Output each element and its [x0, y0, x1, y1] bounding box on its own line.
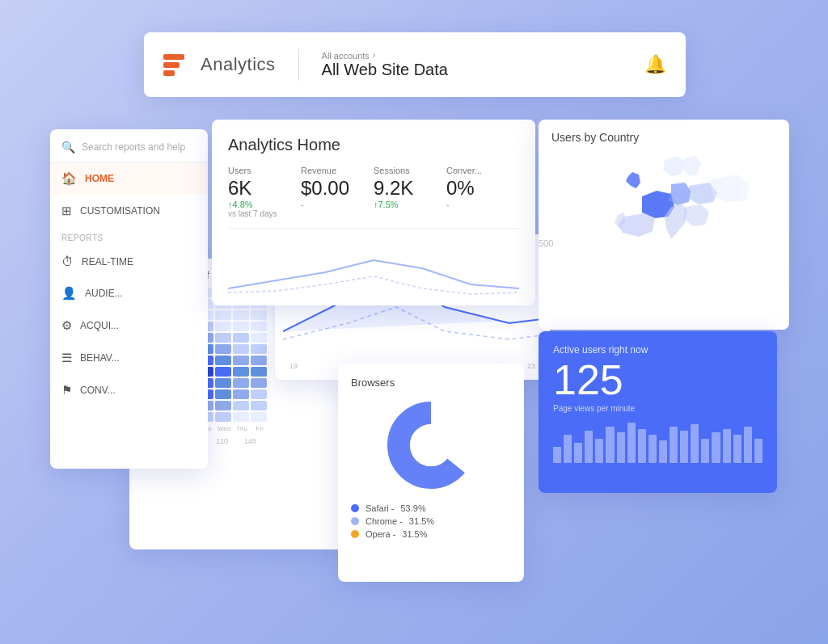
active-users-sublabel: Page views per minute — [553, 404, 763, 413]
sidebar-item-behavior[interactable]: ☰ BEHAV... — [50, 342, 208, 374]
sidebar-customisation-label: CUSTOMISATION — [80, 205, 160, 217]
logo-bar-2 — [163, 62, 180, 68]
metric-conversions: Conver... 0% - — [446, 166, 519, 218]
mini-bar — [595, 439, 603, 463]
analytics-home-card: Analytics Home Users 6K ↑4.8% vs last 7 … — [212, 120, 535, 305]
heatmap-cell — [233, 378, 249, 388]
acquisition-icon: ⚙ — [61, 318, 72, 333]
bell-icon[interactable]: 🔔 — [644, 54, 666, 75]
sidebar-item-home[interactable]: 🏠 HOME — [50, 162, 208, 195]
sidebar-conversions-label: CONV... — [80, 385, 116, 396]
svg-point-3 — [410, 424, 452, 466]
metric-users-label: Users — [228, 166, 291, 175]
sidebar-acquisition-label: ACQUI... — [80, 320, 119, 331]
logo-bar-3 — [163, 70, 175, 76]
heatmap-cell — [215, 322, 231, 331]
heatmap-cell — [251, 344, 267, 354]
metric-users-value: 6K — [228, 177, 291, 200]
mini-bar — [574, 443, 582, 463]
mini-bar-chart — [553, 423, 763, 463]
legend-chrome: Chrome - 31.5% — [351, 516, 511, 526]
realtime-icon: ⏱ — [61, 255, 74, 268]
mini-bar — [627, 423, 636, 463]
sidebar-item-realtime[interactable]: ⏱ REAL-TIME — [50, 246, 208, 277]
sidebar-home-label: HOME — [85, 173, 114, 184]
metric-sessions-value: 9.2K — [374, 177, 437, 200]
heatmap-cell — [233, 367, 249, 377]
header-card: Analytics All accounts › All Web Site Da… — [144, 32, 686, 97]
chevron-right-icon: › — [373, 51, 375, 60]
heatmap-cell — [215, 333, 231, 343]
mini-bar — [564, 435, 572, 463]
mini-bar — [680, 431, 688, 463]
heatmap-cell — [233, 356, 249, 365]
heatmap-cell — [215, 310, 231, 320]
search-icon: 🔍 — [61, 141, 75, 154]
chrome-dot — [351, 517, 359, 525]
heatmap-cell — [215, 412, 231, 422]
heatmap-x-value: 145 — [244, 437, 256, 445]
mini-bar — [723, 429, 731, 463]
x-label-19: 19 — [289, 362, 298, 370]
heatmap-cell — [251, 356, 267, 365]
heatmap-cell — [215, 356, 231, 365]
mini-bar — [701, 439, 709, 463]
heatmap-cell — [215, 389, 231, 399]
audience-icon: 👤 — [61, 286, 77, 301]
chrome-label: Chrome - — [365, 516, 403, 526]
europe-map-svg — [551, 152, 778, 305]
heatmap-day-label: Wed — [216, 425, 232, 432]
sidebar-main-nav: 🏠 HOME ⊞ CUSTOMISATION — [50, 162, 208, 227]
legend-safari: Safari - 53.9% — [351, 503, 511, 513]
metric-conversions-label: Conver... — [446, 166, 509, 175]
metric-revenue-change: - — [301, 200, 364, 209]
header-divider — [298, 48, 299, 81]
opera-label: Opera - — [365, 529, 395, 539]
metric-revenue-value: $0.00 — [301, 177, 364, 200]
analytics-logo — [163, 54, 184, 76]
sidebar-search[interactable]: 🔍 Search reports and help — [50, 129, 208, 162]
mini-bar — [712, 432, 720, 463]
mini-bar — [638, 429, 646, 463]
country-title: Users by Country — [551, 131, 776, 144]
heatmap-cell — [233, 310, 249, 320]
active-users-number: 125 — [553, 359, 763, 401]
heatmap-cell — [233, 344, 249, 354]
sidebar-item-conversions[interactable]: ⚑ CONV... — [50, 374, 208, 406]
sidebar-behavior-label: BEHAV... — [80, 352, 120, 364]
sidebar-item-customisation[interactable]: ⊞ CUSTOMISATION — [50, 195, 208, 227]
heatmap-cell — [251, 322, 267, 331]
heatmap-day-label: Thu — [234, 425, 250, 432]
active-users-card: Active users right now 125 Page views pe… — [539, 331, 777, 493]
sidebar-item-acquisition[interactable]: ⚙ ACQUI... — [50, 309, 208, 342]
heatmap-cell — [251, 367, 267, 377]
heatmap-cell — [215, 367, 231, 377]
heatmap-cell — [233, 412, 249, 422]
safari-dot — [351, 504, 359, 512]
behavior-icon: ☰ — [61, 351, 72, 365]
customisation-icon: ⊞ — [61, 204, 72, 218]
heatmap-day-label: Fri — [251, 425, 268, 432]
all-accounts-label: All accounts › — [322, 51, 448, 61]
metric-revenue-label: Revenue — [301, 166, 364, 175]
mini-bar — [617, 432, 625, 463]
mini-bar — [606, 427, 614, 463]
metric-sessions-label: Sessions — [374, 166, 437, 175]
metric-sessions-change: ↑7.5% — [374, 200, 437, 209]
metrics-row: Users 6K ↑4.8% vs last 7 days Revenue $0… — [228, 166, 519, 229]
sidebar-reports-nav: ⏱ REAL-TIME 👤 AUDIE... ⚙ ACQUI... ☰ BEHA… — [50, 246, 208, 406]
mini-bar — [733, 435, 741, 463]
heatmap-x-value: 110 — [216, 437, 228, 445]
analytics-home-title: Analytics Home — [228, 136, 519, 154]
safari-percent: 53.9% — [400, 503, 425, 513]
active-users-label: Active users right now — [553, 344, 763, 356]
header-meta: All accounts › All Web Site Data — [322, 51, 448, 79]
heatmap-cell — [233, 389, 249, 399]
heatmap-cell — [251, 378, 267, 388]
site-title: All Web Site Data — [322, 61, 448, 79]
heatmap-cell — [251, 401, 267, 410]
mini-bar — [744, 427, 752, 463]
sidebar-item-audience[interactable]: 👤 AUDIE... — [50, 277, 208, 309]
heatmap-cell — [233, 333, 249, 343]
sidebar-card: 🔍 Search reports and help 🏠 HOME ⊞ CUSTO… — [50, 129, 208, 469]
